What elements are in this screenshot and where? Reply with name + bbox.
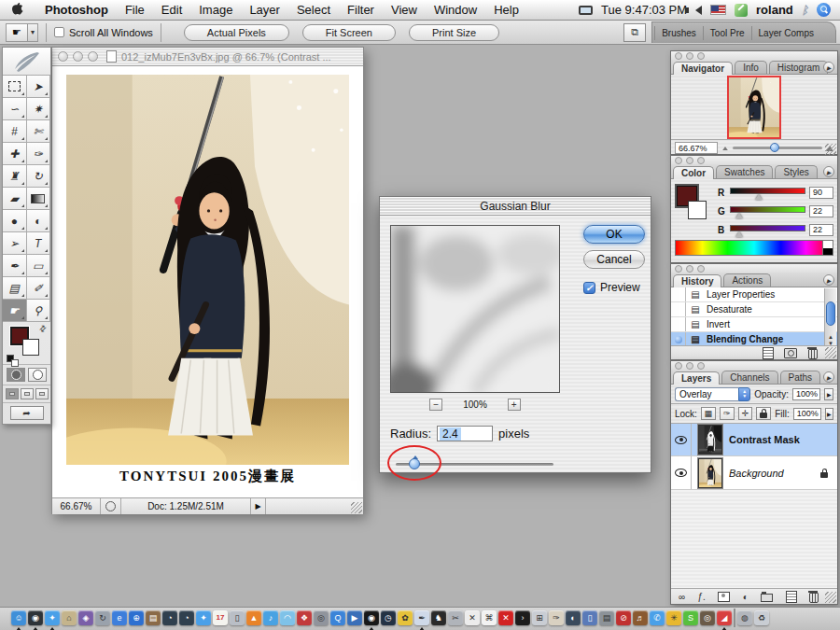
- dock-guitar-app[interactable]: ♬: [633, 610, 648, 625]
- zoom-out-mountain-icon[interactable]: [722, 146, 728, 149]
- tool-zoom[interactable]: ⚲: [27, 300, 51, 322]
- file-browser-icon[interactable]: ⧉: [623, 23, 646, 42]
- dock-globe-app[interactable]: ⊕: [129, 610, 144, 625]
- lock-all-button[interactable]: [756, 407, 771, 420]
- dock-ichat[interactable]: ✆: [650, 610, 665, 625]
- channel-slider[interactable]: [730, 204, 805, 217]
- menu-file[interactable]: File: [117, 3, 153, 17]
- slider-thumb[interactable]: [735, 213, 743, 218]
- well-tab-tool-presets[interactable]: Tool Pre: [703, 26, 751, 40]
- tab-histogram[interactable]: Histogram: [769, 61, 829, 74]
- tab-styles[interactable]: Styles: [775, 165, 817, 178]
- opacity-slider-arrow[interactable]: [824, 388, 833, 400]
- palette-window-controls[interactable]: [671, 156, 837, 164]
- volume-icon[interactable]: [695, 6, 702, 15]
- lock-position-button[interactable]: ✛: [738, 407, 753, 420]
- tab-paths[interactable]: Paths: [780, 371, 821, 384]
- layer-row-contrast-mask[interactable]: Contrast Mask: [671, 423, 837, 456]
- dock-purple-app[interactable]: ◈: [78, 610, 93, 625]
- history-source-well[interactable]: [671, 287, 686, 301]
- dock-quicktime[interactable]: Q: [330, 610, 345, 625]
- menu-help[interactable]: Help: [485, 3, 527, 17]
- tool-path-selection[interactable]: ➢: [3, 232, 27, 255]
- tool-type[interactable]: T: [27, 232, 51, 255]
- tool-brush[interactable]: ✑: [27, 143, 51, 165]
- palette-window-controls[interactable]: [671, 264, 837, 273]
- dock-trash[interactable]: ♻: [754, 610, 769, 625]
- full-screen-menubar-button[interactable]: [21, 388, 34, 399]
- visibility-toggle[interactable]: [671, 424, 692, 455]
- scroll-all-windows-option[interactable]: Scroll All Windows: [54, 27, 153, 38]
- dock-x-white-app[interactable]: ✕: [465, 610, 480, 625]
- input-language-flag-icon[interactable]: [710, 5, 726, 15]
- fit-screen-button[interactable]: Fit Screen: [302, 24, 396, 41]
- well-tab-layer-comps[interactable]: Layer Comps: [751, 26, 820, 40]
- dock-msn[interactable]: ✳: [666, 610, 681, 625]
- standard-mode-button[interactable]: [7, 368, 25, 382]
- palette-resize-grip[interactable]: [825, 592, 836, 603]
- menu-image[interactable]: Image: [190, 3, 241, 17]
- navigator-proxy-view[interactable]: [727, 76, 781, 139]
- full-screen-button[interactable]: [35, 388, 49, 399]
- history-source-well[interactable]: [671, 332, 686, 346]
- history-scrollbar[interactable]: ▲▼: [824, 288, 836, 347]
- channel-value-field[interactable]: 90: [809, 187, 833, 199]
- color-spectrum-ramp[interactable]: [675, 240, 833, 256]
- zoom-window-icon[interactable]: [88, 51, 98, 62]
- ok-button[interactable]: OK: [583, 225, 645, 244]
- fill-value-field[interactable]: 100%: [793, 408, 821, 420]
- palette-resize-grip[interactable]: [825, 347, 836, 358]
- dock-movie-app[interactable]: ▶: [347, 610, 362, 625]
- dock-dashboard[interactable]: ◉: [28, 610, 43, 625]
- tab-actions[interactable]: Actions: [723, 273, 771, 287]
- dock-dark-sphere-app[interactable]: ◐: [566, 610, 581, 625]
- blur-preview[interactable]: [390, 225, 560, 393]
- tab-channels[interactable]: Channels: [721, 371, 777, 384]
- adjustment-layer-icon[interactable]: ◐: [743, 592, 749, 602]
- fill-slider-arrow[interactable]: [825, 408, 833, 420]
- tool-healing-brush[interactable]: ✚: [3, 143, 27, 165]
- window-resize-grip[interactable]: [351, 502, 362, 513]
- dialog-title-bar[interactable]: Gaussian Blur: [380, 197, 651, 216]
- dock-terminal[interactable]: ›: [515, 610, 530, 625]
- layer-style-icon[interactable]: ƒ.: [698, 592, 706, 602]
- dock-sherlock[interactable]: ⌂: [62, 610, 77, 625]
- tool-magic-wand[interactable]: ✷: [27, 98, 51, 120]
- dock-camera-2[interactable]: ◎: [700, 610, 715, 625]
- visibility-toggle[interactable]: [671, 456, 692, 489]
- delete-state-button[interactable]: [805, 348, 820, 358]
- dock-teapot-app[interactable]: ◠: [280, 610, 295, 625]
- tool-crop[interactable]: #: [3, 120, 27, 143]
- document-title-bar[interactable]: 012_izMub7En3vBx.jpg @ 66.7% (Contrast .…: [52, 48, 363, 66]
- ink-pen-icon[interactable]: [735, 4, 748, 17]
- radius-input[interactable]: 2.4: [437, 426, 493, 441]
- dock-ical[interactable]: 17: [213, 610, 228, 625]
- well-tab-brushes[interactable]: Brushes: [654, 26, 703, 40]
- navigator-zoom-slider[interactable]: [733, 147, 822, 149]
- history-item[interactable]: Layer Properties: [671, 287, 837, 302]
- history-item[interactable]: Invert: [671, 317, 837, 332]
- navigator-proxy-area[interactable]: [671, 75, 837, 139]
- new-snapshot-button[interactable]: [783, 348, 798, 358]
- dock-misc-item[interactable]: ◍: [737, 610, 752, 625]
- layer-thumbnail[interactable]: [698, 458, 722, 488]
- layer-row-background[interactable]: Background: [671, 456, 837, 490]
- dock-brush-app[interactable]: ✑: [549, 610, 564, 625]
- new-layer-icon[interactable]: [786, 591, 797, 603]
- jump-to-imageready-button[interactable]: ➦: [10, 406, 44, 420]
- navigator-zoom-field[interactable]: 66.67%: [675, 142, 718, 154]
- swap-colors-icon[interactable]: ⇄: [37, 323, 49, 334]
- tab-layers[interactable]: Layers: [673, 371, 720, 385]
- bluetooth-icon[interactable]: ᛒ: [802, 4, 808, 17]
- slider-thumb[interactable]: [770, 143, 779, 152]
- dock-gauge-app-2[interactable]: ◔: [179, 610, 194, 625]
- dock-safari[interactable]: ✦: [45, 610, 60, 625]
- add-layer-mask-icon[interactable]: [718, 592, 730, 602]
- menu-filter[interactable]: Filter: [339, 3, 383, 17]
- menu-select[interactable]: Select: [288, 3, 339, 17]
- tool-lasso[interactable]: ∽: [3, 98, 27, 120]
- dock-scissors-app[interactable]: ✂: [448, 610, 463, 625]
- palette-menu-icon[interactable]: [823, 274, 834, 286]
- dock-sync[interactable]: ↻: [95, 610, 110, 625]
- zoom-level-field[interactable]: 66.67%: [52, 498, 101, 514]
